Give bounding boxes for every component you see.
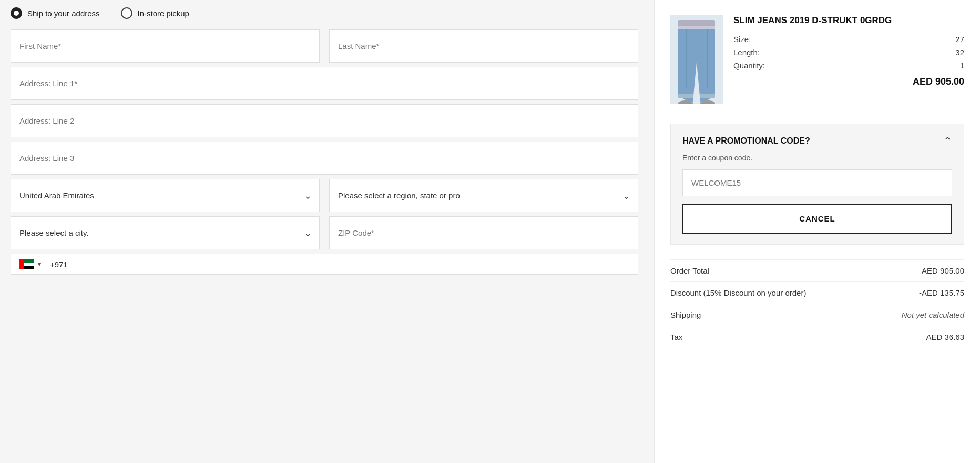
country-region-row: United Arab Emirates United Kingdom Unit… [11, 179, 638, 216]
address-line2-field[interactable] [11, 104, 638, 137]
quantity-label: Quantity: [733, 61, 765, 70]
product-image-svg [673, 20, 720, 104]
region-select-wrapper[interactable]: Please select a region, state or pro ⌄ [329, 179, 638, 212]
address-line3-input[interactable] [11, 142, 638, 174]
ship-to-address-radio[interactable] [11, 7, 22, 19]
product-summary-row: SLIM JEANS 2019 D-STRUKT 0GRDG Size: 27 … [670, 5, 964, 114]
in-store-pickup-radio[interactable] [121, 7, 132, 19]
promo-section: HAVE A PROMOTIONAL CODE? ⌃ Enter a coupo… [670, 124, 964, 245]
phone-code-label: +971 [50, 260, 68, 269]
phone-flag-selector[interactable]: ▼ [19, 259, 43, 269]
discount-row: Discount (15% Discount on your order) -A… [670, 281, 964, 304]
size-value: 27 [955, 35, 964, 44]
country-select-wrapper[interactable]: United Arab Emirates United Kingdom Unit… [11, 179, 320, 212]
promo-code-input[interactable] [683, 170, 952, 196]
promo-header: HAVE A PROMOTIONAL CODE? ⌃ [682, 135, 952, 147]
order-summary: Order Total AED 905.00 Discount (15% Dis… [670, 254, 964, 348]
product-image [670, 15, 723, 104]
phone-input[interactable] [68, 260, 629, 269]
first-name-field[interactable] [11, 29, 320, 63]
product-length-row: Length: 32 [733, 48, 964, 57]
tax-label: Tax [670, 333, 682, 341]
zip-input[interactable] [330, 217, 638, 249]
discount-value: -AED 135.75 [919, 288, 964, 297]
length-value: 32 [955, 48, 964, 57]
size-label: Size: [733, 35, 751, 44]
first-name-input[interactable] [11, 30, 319, 62]
shipping-value: Not yet calculated [902, 310, 964, 319]
zip-field[interactable] [329, 216, 638, 249]
last-name-field[interactable] [329, 29, 638, 63]
quantity-value: 1 [960, 61, 964, 70]
product-size-row: Size: 27 [733, 35, 964, 44]
order-total-value: AED 905.00 [922, 266, 964, 275]
tax-row: Tax AED 36.63 [670, 326, 964, 348]
address-line2-input[interactable] [11, 105, 638, 137]
name-row [11, 29, 638, 67]
country-select[interactable]: United Arab Emirates United Kingdom Unit… [11, 179, 319, 212]
length-label: Length: [733, 48, 760, 57]
discount-label: Discount (15% Discount on your order) [670, 288, 806, 297]
cancel-button[interactable]: CANCEL [682, 204, 952, 234]
svg-rect-3 [19, 259, 24, 269]
svg-rect-4 [678, 20, 715, 27]
product-details: SLIM JEANS 2019 D-STRUKT 0GRDG Size: 27 … [733, 15, 964, 87]
right-panel: SLIM JEANS 2019 D-STRUKT 0GRDG Size: 27 … [654, 0, 980, 463]
promo-chevron-icon[interactable]: ⌃ [943, 135, 952, 147]
product-quantity-row: Quantity: 1 [733, 61, 964, 70]
product-price: AED 905.00 [733, 76, 964, 87]
ship-to-address-label: Ship to your address [27, 9, 100, 18]
city-zip-row: Please select a city. ⌄ [11, 216, 638, 254]
address-line3-field[interactable] [11, 142, 638, 175]
in-store-pickup-label: In-store pickup [138, 9, 189, 18]
in-store-pickup-option[interactable]: In-store pickup [121, 7, 189, 19]
shipping-row: Shipping Not yet calculated [670, 304, 964, 326]
shipping-toggle-row: Ship to your address In-store pickup [11, 0, 638, 29]
order-total-row: Order Total AED 905.00 [670, 259, 964, 281]
promo-input-box[interactable] [682, 169, 952, 196]
tax-value: AED 36.63 [926, 333, 964, 341]
city-select-wrapper[interactable]: Please select a city. ⌄ [11, 216, 320, 249]
svg-rect-5 [678, 26, 715, 29]
svg-rect-9 [700, 94, 715, 98]
address-line1-input[interactable] [11, 67, 638, 99]
uae-flag-icon [19, 259, 34, 269]
shipping-label: Shipping [670, 310, 701, 319]
promo-subtitle: Enter a coupon code. [682, 154, 952, 162]
product-name: SLIM JEANS 2019 D-STRUKT 0GRDG [733, 15, 964, 26]
address-line1-field[interactable] [11, 67, 638, 100]
promo-title: HAVE A PROMOTIONAL CODE? [682, 136, 810, 146]
ship-to-address-option[interactable]: Ship to your address [11, 7, 100, 19]
last-name-input[interactable] [330, 30, 638, 62]
svg-rect-8 [678, 94, 693, 98]
region-select[interactable]: Please select a region, state or pro [330, 179, 638, 212]
order-total-label: Order Total [670, 266, 709, 275]
phone-row[interactable]: ▼ +971 [11, 254, 638, 275]
city-select[interactable]: Please select a city. [11, 217, 319, 249]
left-panel: Ship to your address In-store pickup [0, 0, 654, 463]
phone-flag-chevron-icon: ▼ [36, 260, 43, 268]
